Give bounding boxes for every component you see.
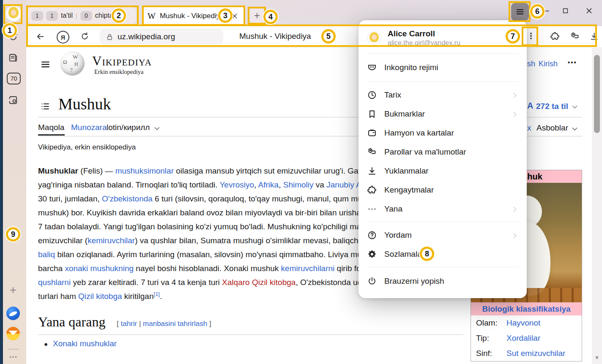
tab-article[interactable]: Maqola [38,123,64,132]
text: , [279,180,283,189]
menu-item-inkognito-rejimi[interactable]: Inkognito rejimi [358,57,527,78]
notes-icon[interactable] [8,52,19,63]
wiki-link[interactable]: kemiruvchilarni [281,264,335,273]
edit-link[interactable]: tahrir [120,320,137,328]
wiki-link[interactable]: xonaki mushukning [65,264,134,273]
wiki-wordmark[interactable]: Vikipediya [92,54,152,69]
section-edit-links: [ tahrir | manbasini tahrirlash ] [117,320,211,328]
menu-item-label: Yana [384,204,402,214]
menu-item-label: Yordam [384,231,412,240]
menu-item-label: Sozlamalar [384,250,424,259]
wiki-link[interactable]: qushlarni [38,278,71,287]
annotation-number-3: 3 [218,8,233,23]
wiki-menu-icon[interactable] [40,59,51,70]
tools-partial-text[interactable]: x [527,123,531,133]
scrollbar-down-arrow[interactable]: ▼ [594,355,599,359]
menu-item-tarix[interactable]: Tarix [358,85,527,104]
menu-item-sozlamalar[interactable]: Sozlamalar [358,244,527,263]
text: barcha [38,264,65,273]
wiki-link[interactable]: kemiruvchilar [88,236,135,245]
yandex-mail-icon[interactable] [6,327,20,340]
chevron-down-icon[interactable] [572,104,578,110]
menu-item-brauzerni-yopish[interactable]: Brauzerni yopish [358,271,527,292]
edit-source-link[interactable]: manbasini tahrirlash [143,320,207,328]
menu-divider [367,53,518,54]
wiki-link[interactable]: Afrika [258,180,279,189]
login-link[interactable]: Kirish [539,60,558,68]
language-icon[interactable]: A [527,101,533,111]
infobox-value-link[interactable]: Sut emizuvchilar [506,349,565,358]
annotation-number-9: 9 [6,227,20,242]
text[interactable]: Mushuklar [38,166,78,175]
text: kiritilgan [122,292,154,301]
speed-badge[interactable]: 70 [7,73,21,84]
chevron-right-icon [512,206,518,212]
annotation-number-1: 1 [3,23,17,38]
menu-item-label: Brauzerni yopish [384,277,444,286]
section-heading: Yana qarang [38,314,105,330]
menu-item-yana[interactable]: Yana [358,199,527,218]
browser-dropdown-menu: Alice Carroll alice.the.girl@yandex.ru I… [358,20,527,298]
tab-talk[interactable]: Munozara [71,123,107,132]
annotation-highlight-box [522,27,538,46]
menu-item-hamyon-va-kartalar[interactable]: Hamyon va kartalar [358,123,527,142]
chevron-down-icon[interactable] [154,125,160,132]
infobox-classification-header: Biologik klassifikatsiya [471,302,582,315]
close-window-button[interactable] [585,7,593,15]
extensions-icon [367,185,377,195]
infobox-label: Sinf: [476,349,506,358]
wiki-link[interactable]: O'zbekistonda [102,194,153,203]
infobox-row: Sinf:Sut emizuvchilar [471,346,582,361]
text: , [254,180,258,189]
text: yag'riniga nisbatan baland. Tirnoqlari t… [38,180,219,189]
window-edge [0,0,3,364]
bookmark-icon [367,109,377,119]
wikipedia-logo[interactable]: ΩW H7 [60,51,85,76]
infobox-row: Olam:Hayvonot [471,315,582,331]
contents-icon[interactable] [40,101,50,111]
sidebar-add-icon[interactable]: + [7,285,19,296]
text: nayel boshi hisoblanadi. Xonaki mushuk [134,264,281,273]
menu-item-label: Bukmarklar [384,109,425,119]
create-account-link[interactable]: ish [525,60,535,68]
tools-button[interactable]: Asboblar [536,123,568,133]
bracket: ] [207,320,211,328]
yandex-browser-icon[interactable] [6,307,20,320]
wiki-link[interactable]: Shimoliy [283,180,314,189]
more-icon [367,204,377,214]
see-also-link[interactable]: Xonaki mushuklar [53,339,117,348]
chevron-down-icon[interactable] [572,126,578,132]
menu-item-yordam[interactable]: Yordam [358,225,527,244]
sidebar-more-icon[interactable]: ••• [6,354,21,360]
menu-item-parollar-va-ma-lumotlar[interactable]: Parollar va ma'lumotlar [358,142,527,161]
screenshot-icon[interactable] [8,95,19,106]
wiki-link[interactable]: baliq [38,250,55,259]
wiki-link[interactable]: Xalqaro Qizil kitobga [222,278,296,287]
infobox-label: Olam: [476,318,506,328]
menu-divider [367,267,518,267]
infobox-value-link[interactable]: Hayvonot [506,318,540,328]
heading-divider [38,334,463,335]
wallet-icon [367,128,377,138]
wiki-link[interactable]: Yevrosiyo [219,180,254,189]
passwords-icon [367,147,377,157]
header-more-icon[interactable]: ••• [568,59,577,66]
infobox-value-link[interactable]: Xordalilar [506,334,540,343]
maximize-button[interactable] [562,7,569,14]
text: 30 turi, jumladan, [38,194,102,203]
wiki-link[interactable]: Qizil kitobga [78,292,122,301]
help-icon [367,230,377,240]
text: 7 tadan bolalaydi. Yangi tug'ilgan bolas… [38,222,387,231]
tab-variant[interactable]: lotin/кирилл [107,123,150,132]
wiki-link[interactable]: [1] [154,291,160,297]
text: (Felis) — [78,166,115,175]
menu-item-yuklanmalar[interactable]: Yuklanmalar [358,161,527,180]
menu-item-kengaytmalar[interactable]: Kengaytmalar [358,180,527,199]
scrollbar-thumb[interactable] [594,55,600,133]
settings-icon [367,249,377,259]
incognito-icon [367,62,377,73]
languages-button[interactable]: 272 ta til [536,102,568,111]
wiki-link[interactable]: mushuksimonlar [115,166,174,175]
text: . [160,292,162,301]
menu-item-bukmarklar[interactable]: Bukmarklar [358,104,527,123]
